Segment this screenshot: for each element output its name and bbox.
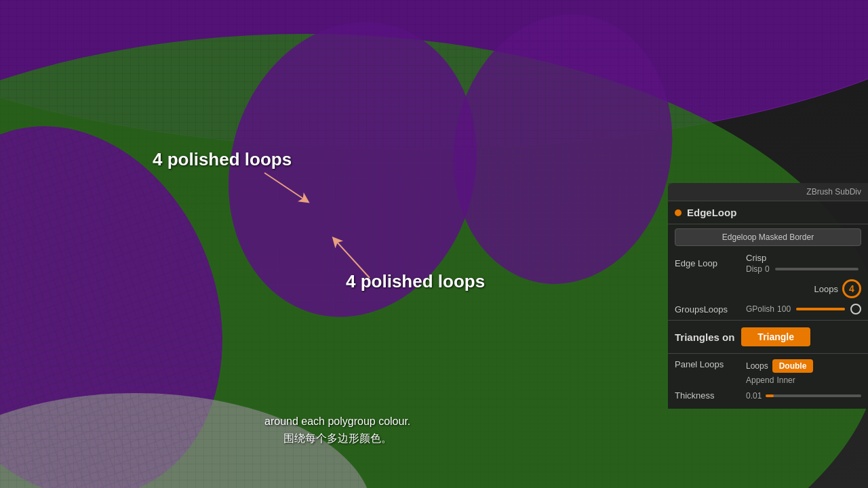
gpolish-row: GPolish 100 xyxy=(746,304,861,314)
disp-row: Disp 0 xyxy=(746,264,861,274)
edge-loop-label: Edge Loop xyxy=(675,258,746,268)
loops-label: Loops xyxy=(814,284,838,294)
inner-label: Inner xyxy=(776,375,795,385)
thickness-slider[interactable] xyxy=(766,394,861,397)
loops-button[interactable]: Loops xyxy=(746,361,768,371)
viewport: 4 polished loops 4 polished loops around… xyxy=(0,0,868,488)
annotation-top-left: 4 polished loops xyxy=(153,149,292,170)
append-label: Append xyxy=(746,375,774,385)
groups-loops-row: GroupsLoops GPolish 100 xyxy=(668,301,868,317)
masked-border-button[interactable]: Edgeloop Masked Border xyxy=(675,228,861,246)
loops-row: Loops 4 xyxy=(668,277,868,301)
gpolish-value: 100 xyxy=(777,304,791,314)
triangle-button[interactable]: Triangle xyxy=(741,327,810,346)
loops-circle-input[interactable]: 4 xyxy=(842,279,861,298)
edgeloop-header: EdgeLoop xyxy=(668,201,868,224)
disp-label: Disp xyxy=(746,264,762,274)
triangles-on-row: Triangles on Triangle xyxy=(668,323,868,350)
panel-loops-row: Panel Loops Loops Double Append Inner xyxy=(668,357,868,388)
gpolish-slider[interactable] xyxy=(796,308,845,310)
loops-buttons: Loops Double xyxy=(746,359,813,373)
append-row: Append Inner xyxy=(746,375,813,385)
subtitle-line2: 围绕每个多边形颜色。 xyxy=(264,430,410,447)
crisp-text: Crisp xyxy=(746,253,861,263)
subtitle-area: around each polygroup colour. 围绕每个多边形颜色。 xyxy=(264,413,410,447)
annotation-center: 4 polished loops xyxy=(346,271,485,292)
edge-loop-row: Edge Loop Crisp Disp 0 xyxy=(668,250,868,277)
panel-loops-options: Loops Double Append Inner xyxy=(746,359,813,385)
gpolish-label: GPolish xyxy=(746,304,774,314)
thickness-row: Thickness 0.01 xyxy=(668,388,868,403)
triangles-on-label: Triangles on xyxy=(675,331,734,343)
groups-loops-label: GroupsLoops xyxy=(675,304,746,314)
double-button[interactable]: Double xyxy=(772,359,814,373)
gpolish-slider-fill xyxy=(796,308,845,310)
divider-2 xyxy=(668,353,868,354)
thickness-slider-fill xyxy=(766,394,773,397)
disp-slider[interactable] xyxy=(775,268,859,270)
panel-loops-label: Panel Loops xyxy=(675,359,746,369)
right-panel: ZBrush SubDiv EdgeLoop Edgeloop Masked B… xyxy=(668,183,868,409)
thickness-value: 0.01 xyxy=(746,391,762,401)
panel-top-blur: ZBrush SubDiv xyxy=(668,183,868,201)
edgeloop-dot xyxy=(675,209,682,216)
edgeloop-title: EdgeLoop xyxy=(687,207,736,218)
thickness-label: Thickness xyxy=(675,390,746,401)
subtitle-line1: around each polygroup colour. xyxy=(264,413,410,430)
disp-value: 0 xyxy=(765,264,770,274)
edge-loop-content: Crisp Disp 0 xyxy=(746,253,861,274)
gpolish-circle-indicator[interactable] xyxy=(850,304,861,314)
divider-1 xyxy=(668,320,868,321)
